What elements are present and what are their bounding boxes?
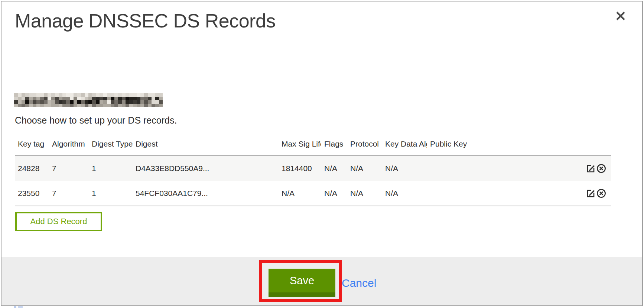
manage-dnssec-dialog: Manage DNSSEC DS Records Choose how to s… [1,1,643,306]
page: Manage DNSSEC DS Records Choose how to s… [0,0,644,308]
delete-icon[interactable] [596,163,606,174]
delete-icon[interactable] [596,188,606,199]
column-header-key-tag: Key tag [15,137,49,155]
cell-protocol: N/A [347,155,382,181]
column-header-public-key: Public Key [427,137,578,155]
close-button[interactable] [614,10,627,22]
column-header-actions [578,137,611,155]
column-header-protocol: Protocol [347,137,382,155]
table-header-row: Key tag Algorithm Digest Type Digest Max… [15,137,611,155]
column-header-key-data-alg: Key Data Alg [382,137,427,155]
cell-actions [578,181,611,206]
save-button[interactable]: Save [269,269,335,297]
column-header-digest: Digest [133,137,279,155]
cell-public-key [427,155,578,181]
column-header-algorithm: Algorithm [49,137,89,155]
cell-protocol: N/A [347,181,382,206]
column-header-digest-type: Digest Type [89,137,133,155]
add-ds-record-button[interactable]: Add DS Record [15,212,102,231]
cell-digest: D4A33E8DD550A9... [133,155,279,181]
ds-records-table: Key tag Algorithm Digest Type Digest Max… [15,137,611,206]
cell-max-sig-life: 1814400 [279,155,321,181]
cell-key-tag: 23550 [15,181,49,206]
cell-actions [578,155,611,181]
cell-flags: N/A [321,155,347,181]
page-background-artifact [14,306,23,308]
cell-algorithm: 7 [49,181,89,206]
cell-key-data-alg: N/A [382,155,427,181]
cell-max-sig-life: N/A [279,181,321,206]
cell-digest-type: 1 [89,155,133,181]
dialog-title: Manage DNSSEC DS Records [15,10,276,32]
table-row: 23550 7 1 54FCF030AA1C79... N/A N/A N/A … [15,181,611,206]
cancel-link[interactable]: Cancel [342,277,376,289]
cell-public-key [427,181,578,206]
cell-key-tag: 24828 [15,155,49,181]
table-row: 24828 7 1 D4A33E8DD550A9... 1814400 N/A … [15,155,611,181]
cell-key-data-alg: N/A [382,181,427,206]
column-header-flags: Flags [321,137,347,155]
cell-flags: N/A [321,181,347,206]
close-icon [614,10,627,22]
redacted-domain-name [14,93,163,107]
column-header-max-sig-life: Max Sig Life [279,137,321,155]
cell-digest-type: 1 [89,181,133,206]
cell-algorithm: 7 [49,155,89,181]
edit-icon[interactable] [586,163,596,174]
instruction-text: Choose how to set up your DS records. [15,115,177,126]
cell-digest: 54FCF030AA1C79... [133,181,279,206]
edit-icon[interactable] [586,188,596,199]
